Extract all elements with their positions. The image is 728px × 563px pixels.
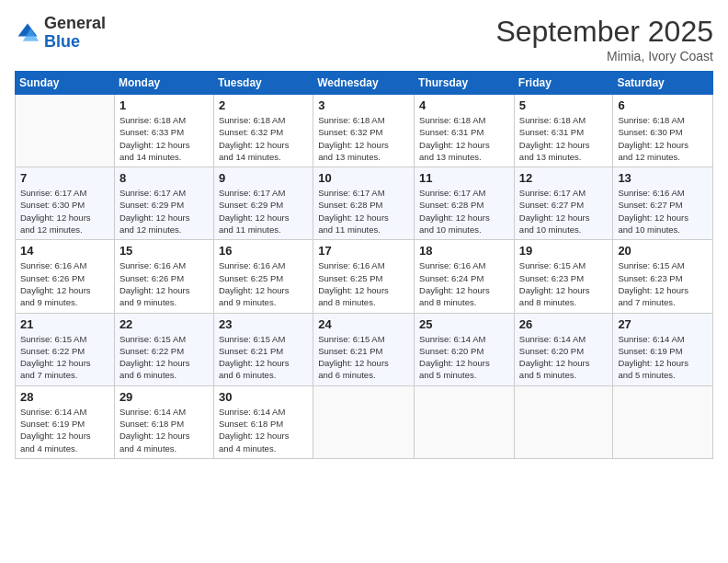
day-info: Sunrise: 6:14 AM Sunset: 6:18 PM Dayligh… xyxy=(219,406,308,454)
day-number: 13 xyxy=(618,171,708,185)
calendar-cell xyxy=(16,95,115,167)
day-info: Sunrise: 6:17 AM Sunset: 6:29 PM Dayligh… xyxy=(219,187,308,236)
calendar-cell: 21Sunrise: 6:15 AM Sunset: 6:22 PM Dayli… xyxy=(16,313,115,385)
day-info: Sunrise: 6:17 AM Sunset: 6:27 PM Dayligh… xyxy=(519,187,609,236)
day-info: Sunrise: 6:14 AM Sunset: 6:20 PM Dayligh… xyxy=(419,333,509,382)
calendar-cell: 28Sunrise: 6:14 AM Sunset: 6:19 PM Dayli… xyxy=(16,385,115,458)
day-number: 16 xyxy=(219,244,308,258)
day-info: Sunrise: 6:18 AM Sunset: 6:32 PM Dayligh… xyxy=(318,114,409,163)
day-number: 26 xyxy=(519,317,609,331)
day-number: 15 xyxy=(119,244,209,258)
location: Mimia, Ivory Coast xyxy=(495,49,713,63)
calendar-cell: 19Sunrise: 6:15 AM Sunset: 6:23 PM Dayli… xyxy=(514,240,613,313)
day-info: Sunrise: 6:14 AM Sunset: 6:20 PM Dayligh… xyxy=(519,333,609,382)
day-info: Sunrise: 6:14 AM Sunset: 6:19 PM Dayligh… xyxy=(20,406,109,454)
calendar-cell: 9Sunrise: 6:17 AM Sunset: 6:29 PM Daylig… xyxy=(213,167,313,240)
day-info: Sunrise: 6:14 AM Sunset: 6:18 PM Dayligh… xyxy=(119,406,209,454)
day-info: Sunrise: 6:15 AM Sunset: 6:21 PM Dayligh… xyxy=(219,333,308,382)
day-info: Sunrise: 6:17 AM Sunset: 6:28 PM Dayligh… xyxy=(419,187,509,236)
day-info: Sunrise: 6:15 AM Sunset: 6:23 PM Dayligh… xyxy=(618,259,708,308)
calendar-cell: 20Sunrise: 6:15 AM Sunset: 6:23 PM Dayli… xyxy=(613,240,713,313)
calendar-cell: 16Sunrise: 6:16 AM Sunset: 6:25 PM Dayli… xyxy=(213,240,313,313)
day-info: Sunrise: 6:15 AM Sunset: 6:21 PM Dayligh… xyxy=(318,333,409,382)
title-block: September 2025 Mimia, Ivory Coast xyxy=(495,15,713,63)
month-title: September 2025 xyxy=(495,15,713,49)
day-info: Sunrise: 6:16 AM Sunset: 6:25 PM Dayligh… xyxy=(318,259,409,308)
calendar-cell: 8Sunrise: 6:17 AM Sunset: 6:29 PM Daylig… xyxy=(114,167,213,240)
day-info: Sunrise: 6:16 AM Sunset: 6:26 PM Dayligh… xyxy=(20,259,109,308)
calendar-cell: 18Sunrise: 6:16 AM Sunset: 6:24 PM Dayli… xyxy=(415,240,515,313)
day-number: 22 xyxy=(119,317,209,331)
day-number: 5 xyxy=(519,98,609,112)
day-number: 20 xyxy=(618,244,708,258)
day-number: 12 xyxy=(519,171,609,185)
day-info: Sunrise: 6:18 AM Sunset: 6:32 PM Dayligh… xyxy=(219,114,308,163)
calendar-cell: 29Sunrise: 6:14 AM Sunset: 6:18 PM Dayli… xyxy=(114,385,213,458)
calendar-header-wednesday: Wednesday xyxy=(313,72,415,95)
calendar-week-row: 28Sunrise: 6:14 AM Sunset: 6:19 PM Dayli… xyxy=(16,385,713,458)
calendar-cell xyxy=(514,385,613,458)
day-number: 14 xyxy=(20,244,109,258)
day-info: Sunrise: 6:15 AM Sunset: 6:23 PM Dayligh… xyxy=(519,259,609,308)
calendar-header-row: SundayMondayTuesdayWednesdayThursdayFrid… xyxy=(16,72,713,95)
calendar-cell: 26Sunrise: 6:14 AM Sunset: 6:20 PM Dayli… xyxy=(514,313,613,385)
calendar-cell: 11Sunrise: 6:17 AM Sunset: 6:28 PM Dayli… xyxy=(415,167,515,240)
calendar-cell: 3Sunrise: 6:18 AM Sunset: 6:32 PM Daylig… xyxy=(313,95,415,167)
day-info: Sunrise: 6:18 AM Sunset: 6:33 PM Dayligh… xyxy=(119,114,209,163)
calendar-cell: 12Sunrise: 6:17 AM Sunset: 6:27 PM Dayli… xyxy=(514,167,613,240)
calendar-cell: 5Sunrise: 6:18 AM Sunset: 6:31 PM Daylig… xyxy=(514,95,613,167)
calendar-cell: 22Sunrise: 6:15 AM Sunset: 6:22 PM Dayli… xyxy=(114,313,213,385)
calendar-table: SundayMondayTuesdayWednesdayThursdayFrid… xyxy=(15,71,713,459)
day-number: 6 xyxy=(618,98,708,112)
calendar-header-thursday: Thursday xyxy=(415,72,515,95)
calendar-header-saturday: Saturday xyxy=(613,72,713,95)
calendar-cell: 10Sunrise: 6:17 AM Sunset: 6:28 PM Dayli… xyxy=(313,167,415,240)
calendar-header-monday: Monday xyxy=(114,72,213,95)
day-number: 7 xyxy=(20,171,109,185)
calendar-cell xyxy=(613,385,713,458)
day-info: Sunrise: 6:18 AM Sunset: 6:31 PM Dayligh… xyxy=(419,114,509,163)
day-info: Sunrise: 6:16 AM Sunset: 6:24 PM Dayligh… xyxy=(419,259,509,308)
calendar-header-sunday: Sunday xyxy=(16,72,115,95)
day-number: 9 xyxy=(219,171,308,185)
logo-general-text: General xyxy=(44,15,106,33)
day-info: Sunrise: 6:17 AM Sunset: 6:30 PM Dayligh… xyxy=(20,187,109,236)
logo: General Blue xyxy=(15,15,106,52)
logo-icon xyxy=(15,20,40,46)
day-info: Sunrise: 6:16 AM Sunset: 6:27 PM Dayligh… xyxy=(618,187,708,236)
day-info: Sunrise: 6:15 AM Sunset: 6:22 PM Dayligh… xyxy=(119,333,209,382)
day-number: 18 xyxy=(419,244,509,258)
day-number: 17 xyxy=(318,244,409,258)
calendar-week-row: 14Sunrise: 6:16 AM Sunset: 6:26 PM Dayli… xyxy=(16,240,713,313)
calendar-cell: 27Sunrise: 6:14 AM Sunset: 6:19 PM Dayli… xyxy=(613,313,713,385)
day-info: Sunrise: 6:14 AM Sunset: 6:19 PM Dayligh… xyxy=(618,333,708,382)
logo-blue-text: Blue xyxy=(44,33,106,52)
day-info: Sunrise: 6:17 AM Sunset: 6:28 PM Dayligh… xyxy=(318,187,409,236)
calendar-cell: 14Sunrise: 6:16 AM Sunset: 6:26 PM Dayli… xyxy=(16,240,115,313)
day-number: 4 xyxy=(419,98,509,112)
day-number: 2 xyxy=(219,98,308,112)
day-number: 8 xyxy=(119,171,209,185)
day-number: 10 xyxy=(318,171,409,185)
page-header: General Blue September 2025 Mimia, Ivory… xyxy=(15,15,713,63)
calendar-header-friday: Friday xyxy=(514,72,613,95)
day-info: Sunrise: 6:18 AM Sunset: 6:30 PM Dayligh… xyxy=(618,114,708,163)
day-number: 3 xyxy=(318,98,409,112)
calendar-cell: 24Sunrise: 6:15 AM Sunset: 6:21 PM Dayli… xyxy=(313,313,415,385)
calendar-cell: 30Sunrise: 6:14 AM Sunset: 6:18 PM Dayli… xyxy=(213,385,313,458)
day-number: 24 xyxy=(318,317,409,331)
day-number: 19 xyxy=(519,244,609,258)
calendar-week-row: 21Sunrise: 6:15 AM Sunset: 6:22 PM Dayli… xyxy=(16,313,713,385)
calendar-week-row: 7Sunrise: 6:17 AM Sunset: 6:30 PM Daylig… xyxy=(16,167,713,240)
day-info: Sunrise: 6:15 AM Sunset: 6:22 PM Dayligh… xyxy=(20,333,109,382)
day-info: Sunrise: 6:18 AM Sunset: 6:31 PM Dayligh… xyxy=(519,114,609,163)
day-number: 25 xyxy=(419,317,509,331)
calendar-cell xyxy=(415,385,515,458)
calendar-cell: 2Sunrise: 6:18 AM Sunset: 6:32 PM Daylig… xyxy=(213,95,313,167)
calendar-cell: 7Sunrise: 6:17 AM Sunset: 6:30 PM Daylig… xyxy=(16,167,115,240)
calendar-cell xyxy=(313,385,415,458)
day-number: 30 xyxy=(219,390,308,404)
day-number: 27 xyxy=(618,317,708,331)
calendar-cell: 4Sunrise: 6:18 AM Sunset: 6:31 PM Daylig… xyxy=(415,95,515,167)
day-number: 28 xyxy=(20,390,109,404)
